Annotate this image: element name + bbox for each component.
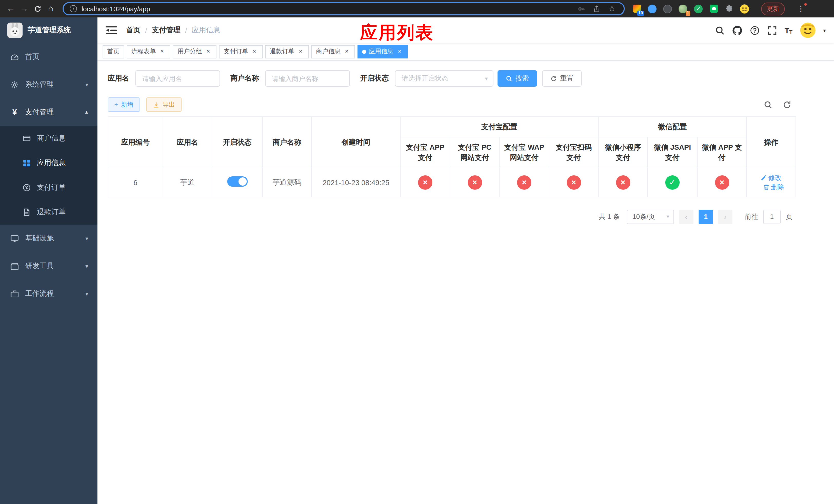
browser-back-button[interactable]: ←	[4, 2, 18, 15]
site-info-icon[interactable]: i	[70, 5, 77, 12]
browser-forward-button[interactable]: →	[18, 2, 31, 15]
col-header-alipay-app: 支付宝 APP 支付	[400, 137, 450, 168]
chevron-down-icon: ▾	[666, 213, 670, 220]
sidebar-item-refund-orders[interactable]: 退款订单	[0, 200, 97, 225]
tab-label: 退款订单	[270, 47, 294, 56]
goto-page-input[interactable]	[763, 209, 781, 224]
extension-colorful-icon[interactable]: 10	[632, 4, 642, 14]
col-header-alipay-wap: 支付宝 WAP 网站支付	[499, 137, 549, 168]
chevron-down-icon: ▾	[85, 263, 88, 270]
extension-wechat-icon[interactable]	[709, 4, 719, 14]
sidebar-item-devtools[interactable]: 研发工具 ▾	[0, 252, 97, 280]
merchant-name-input[interactable]	[265, 70, 350, 87]
search-toggle-icon[interactable]	[764, 100, 772, 109]
browser-menu-button[interactable]: ⋮	[794, 3, 807, 14]
sidebar-item-pay-orders[interactable]: 支付订单	[0, 175, 97, 200]
status-select-placeholder: 请选择开启状态	[402, 74, 485, 83]
share-icon[interactable]	[591, 3, 602, 14]
sidebar-item-merchant-info[interactable]: 商户信息	[0, 126, 97, 151]
extension-avatar-icon[interactable]: 1	[678, 4, 688, 14]
user-avatar[interactable]	[800, 23, 815, 38]
github-icon[interactable]	[732, 25, 742, 35]
sidebar-item-infra[interactable]: 基础设施 ▾	[0, 225, 97, 252]
sidebar-fold-button[interactable]	[106, 26, 117, 35]
close-icon[interactable]: ×	[297, 48, 304, 55]
close-icon[interactable]: ×	[205, 48, 212, 55]
prev-page-button[interactable]: ‹	[679, 209, 694, 224]
page-size-value: 10条/页	[632, 212, 666, 221]
reset-button[interactable]: 重置	[542, 70, 581, 87]
search-icon	[506, 75, 512, 82]
app-name-input[interactable]	[135, 70, 220, 87]
sidebar-item-label: 研发工具	[25, 261, 54, 271]
cell-app-id: 6	[108, 168, 163, 197]
breadcrumb-payment[interactable]: 支付管理	[152, 26, 180, 35]
status-select[interactable]: 请选择开启状态 ▾	[395, 70, 493, 87]
extension-green-circle-icon[interactable]: ✓	[694, 4, 703, 14]
tab-user-group[interactable]: 用户分组 ×	[173, 45, 216, 58]
edit-link[interactable]: 修改	[761, 173, 782, 182]
tab-app-info[interactable]: 应用信息 ×	[357, 45, 408, 58]
page-1-button[interactable]: 1	[699, 209, 713, 224]
home-icon: ⌂	[48, 4, 53, 14]
search-icon[interactable]	[715, 25, 724, 35]
sidebar-item-workflow[interactable]: 工作流程 ▾	[0, 280, 97, 307]
extension-blue-icon[interactable]	[647, 4, 657, 14]
close-icon[interactable]: ×	[158, 48, 166, 55]
tab-home[interactable]: 首页	[103, 45, 124, 58]
profile-avatar-icon[interactable]	[740, 4, 749, 14]
address-bar[interactable]: i localhost:1024/pay/app ☆	[63, 2, 625, 15]
browser-update-button[interactable]: 更新	[761, 2, 785, 15]
fullscreen-icon[interactable]	[767, 25, 777, 35]
delete-link[interactable]: 删除	[763, 182, 784, 191]
cell-alipay-pc: ×	[450, 168, 499, 197]
close-icon[interactable]: ×	[396, 48, 403, 55]
sidebar-item-home[interactable]: 首页	[0, 43, 97, 71]
tab-merchant-info[interactable]: 商户信息 ×	[311, 45, 355, 58]
font-size-icon[interactable]: TT	[785, 26, 792, 35]
col-group-alipay: 支付宝配置	[400, 117, 598, 137]
close-icon[interactable]: ×	[343, 48, 350, 55]
sidebar-menu: 首页 系统管理 ▾ ¥ 支付管理 ▾	[0, 43, 97, 307]
breadcrumb-home[interactable]: 首页	[126, 26, 140, 35]
tab-process-form[interactable]: 流程表单 ×	[127, 45, 170, 58]
extension-green-check-glyph: ✓	[694, 4, 703, 13]
download-icon	[153, 101, 159, 108]
col-header-alipay-qr: 支付宝扫码支付	[549, 137, 598, 168]
tab-pay-orders[interactable]: 支付订单 ×	[219, 45, 263, 58]
tab-label: 商户信息	[316, 47, 341, 56]
extensions-puzzle-icon[interactable]	[724, 4, 734, 14]
page-size-select[interactable]: 10条/页 ▾	[627, 209, 674, 224]
status-switch[interactable]	[227, 176, 247, 187]
next-page-button[interactable]: ›	[718, 209, 732, 224]
col-header-name: 应用名	[163, 117, 212, 168]
sidebar-item-app-info[interactable]: 应用信息	[0, 151, 97, 175]
sidebar-item-label: 商户信息	[37, 134, 66, 143]
pagination: 共 1 条 10条/页 ▾ ‹ 1 › 前往 页	[108, 209, 795, 224]
breadcrumb-current: 应用信息	[192, 26, 221, 35]
close-icon[interactable]: ×	[251, 48, 258, 55]
sidebar-item-payment[interactable]: ¥ 支付管理 ▾	[0, 98, 97, 126]
sidebar-item-label: 基础设施	[25, 234, 54, 243]
trash-icon	[763, 184, 769, 190]
sidebar-item-system[interactable]: 系统管理 ▾	[0, 71, 97, 98]
navbar-actions: TT ▾	[715, 23, 826, 38]
browser-refresh-button[interactable]	[31, 2, 44, 15]
cell-wechat-app: ×	[697, 168, 747, 197]
help-icon[interactable]	[750, 25, 760, 35]
refresh-table-icon[interactable]	[783, 100, 791, 109]
bookmark-star-icon[interactable]: ☆	[606, 3, 618, 14]
tab-refund-orders[interactable]: 退款订单 ×	[265, 45, 309, 58]
user-menu-caret-icon[interactable]: ▾	[823, 27, 826, 33]
export-button[interactable]: 导出	[146, 97, 181, 112]
search-button[interactable]: 搜索	[498, 70, 537, 87]
goto-prefix: 前往	[745, 212, 758, 221]
browser-home-button[interactable]: ⌂	[44, 2, 58, 15]
extension-dark-icon[interactable]	[663, 4, 673, 14]
sidebar-logo[interactable]: 芋道管理系统	[0, 18, 97, 43]
url-text[interactable]: localhost:1024/pay/app	[82, 5, 150, 13]
password-key-icon[interactable]	[575, 3, 587, 14]
tab-label: 流程表单	[131, 47, 156, 56]
chevron-down-icon: ▾	[485, 75, 488, 82]
add-button[interactable]: + 新增	[108, 97, 140, 112]
